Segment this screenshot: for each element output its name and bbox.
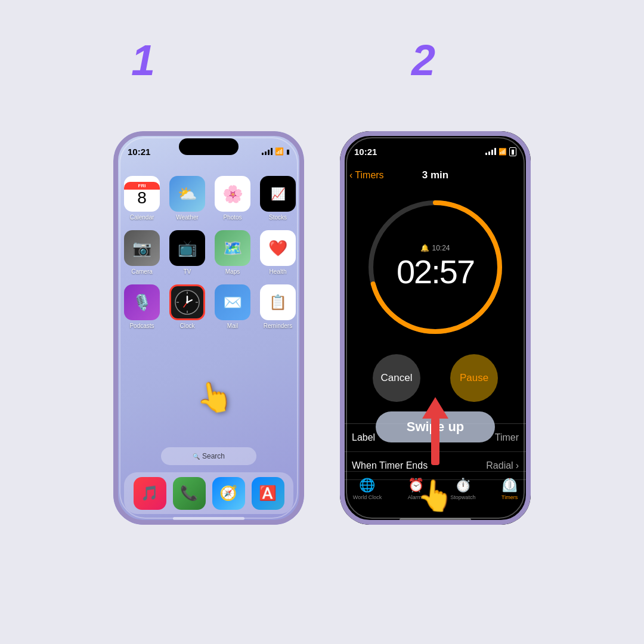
dock-safari[interactable]: 🧭 xyxy=(212,477,245,510)
mail-label: Mail xyxy=(227,323,238,329)
tv-icon: 📺 xyxy=(169,230,205,266)
phone-2: 10:21 📶 ▮ ‹ Timers xyxy=(340,131,531,525)
clock-icon xyxy=(169,284,205,320)
signal-icon xyxy=(262,148,273,155)
search-text: Search xyxy=(202,452,225,460)
phone-1: 10:21 📶 ▮ FRI xyxy=(113,131,304,525)
search-icon: 🔍 xyxy=(193,453,200,460)
phone2-time: 10:21 xyxy=(354,147,377,157)
app-item-clock[interactable]: Clock xyxy=(169,284,205,329)
stocks-label: Stocks xyxy=(269,214,287,221)
when-timer-ends-label: When Timer Ends xyxy=(352,460,428,471)
phone2-status-icons: 📶 ▮ xyxy=(485,147,516,156)
timer-icon: ⏲️ xyxy=(501,478,518,493)
app-item-podcasts[interactable]: 🎙️ Podcasts xyxy=(124,284,160,329)
health-label: Health xyxy=(270,268,287,275)
clock-face-svg xyxy=(174,289,200,315)
app-item-reminders[interactable]: 📋 Reminders xyxy=(260,284,296,329)
mail-icon: ✉️ xyxy=(215,284,250,320)
photos-icon: 🌸 xyxy=(215,176,250,212)
chevron-left-icon: ‹ xyxy=(349,170,352,181)
wifi-icon-2: 📶 xyxy=(499,148,507,156)
app-item-tv[interactable]: 📺 TV xyxy=(169,230,205,275)
phone1-time: 10:21 xyxy=(128,147,150,157)
camera-label: Camera xyxy=(131,268,153,275)
app-item-health[interactable]: ❤️ Health xyxy=(260,230,296,275)
label-setting-label: Label xyxy=(352,432,375,443)
phone1-screen: 10:21 📶 ▮ FRI xyxy=(113,131,304,525)
battery-icon: ▮ xyxy=(286,148,290,156)
phone-icon: 📞 xyxy=(173,477,206,510)
app-item-weather[interactable]: ⛅ Weather xyxy=(169,176,205,221)
podcasts-label: Podcasts xyxy=(129,323,154,329)
step-2-label: 2 xyxy=(411,36,435,85)
arrow-head xyxy=(422,397,448,419)
timer-inner: 🔔 10:24 02:57 xyxy=(364,196,507,339)
maps-label: Maps xyxy=(225,268,240,275)
tab-world-clock[interactable]: 🌐 World Clock xyxy=(353,478,382,500)
timer-nav: ‹ Timers 3 min xyxy=(340,162,531,188)
podcasts-icon: 🎙️ xyxy=(124,284,160,320)
stopwatch-tab-label: Stopwatch xyxy=(450,494,475,500)
wifi-icon: 📶 xyxy=(275,147,284,156)
photos-label: Photos xyxy=(223,214,242,221)
timer-buttons: Cancel Pause xyxy=(340,354,531,402)
timers-tab-label: Timers xyxy=(501,494,518,500)
dock: 🎵 📞 🧭 🅰️ xyxy=(124,472,293,514)
phones-container: 10:21 📶 ▮ FRI xyxy=(113,131,531,525)
phone1-status-bar: 10:21 📶 ▮ xyxy=(113,140,304,163)
reminders-label: Reminders xyxy=(264,323,292,329)
chevron-right-icon: › xyxy=(516,460,519,471)
home-indicator-2 xyxy=(400,518,471,521)
signal-icon-2 xyxy=(485,148,496,155)
app-item-maps[interactable]: 🗺️ Maps xyxy=(215,230,250,275)
cancel-button[interactable]: Cancel xyxy=(373,354,420,402)
reminders-icon: 📋 xyxy=(260,284,296,320)
hand-cursor-1: 👆 xyxy=(193,377,235,417)
red-arrow xyxy=(422,397,448,465)
dock-appstore[interactable]: 🅰️ xyxy=(252,477,284,510)
dock-phone[interactable]: 📞 xyxy=(173,477,206,510)
appstore-icon: 🅰️ xyxy=(252,477,284,510)
app-item-camera[interactable]: 📷 Camera xyxy=(124,230,160,275)
camera-icon: 📷 xyxy=(124,230,160,266)
nav-title: 3 min xyxy=(422,169,448,181)
music-icon: 🎵 xyxy=(134,477,166,510)
search-bar[interactable]: 🔍 Search xyxy=(161,447,256,465)
world-clock-tab-label: World Clock xyxy=(353,494,382,500)
battery-icon-2: ▮ xyxy=(509,147,516,156)
home-indicator-1 xyxy=(173,517,244,520)
arrow-shaft xyxy=(431,417,439,465)
hand-cursor-2: 👆 xyxy=(416,476,456,514)
phone2-screen: 10:21 📶 ▮ ‹ Timers xyxy=(340,131,531,525)
globe-icon: 🌐 xyxy=(359,478,375,493)
stopwatch-icon: ⏱️ xyxy=(455,478,471,493)
nav-back-label: Timers xyxy=(355,170,383,181)
stocks-icon: 📈 xyxy=(260,176,296,212)
phone2-status-bar: 10:21 📶 ▮ xyxy=(340,140,531,163)
weather-label: Weather xyxy=(176,214,199,221)
pause-button[interactable]: Pause xyxy=(450,354,498,402)
safari-icon: 🧭 xyxy=(212,477,245,510)
bell-icon: 🔔 xyxy=(420,244,429,252)
app-item-photos[interactable]: 🌸 Photos xyxy=(215,176,250,221)
label-setting-value: Timer xyxy=(495,432,519,443)
tab-timers[interactable]: ⏲️ Timers xyxy=(501,478,518,500)
app-item-stocks[interactable]: 📈 Stocks xyxy=(260,176,296,221)
svg-point-8 xyxy=(186,301,188,304)
timer-circle-container: 🔔 10:24 02:57 xyxy=(364,196,507,339)
maps-icon: 🗺️ xyxy=(215,230,250,266)
app-grid: FRI 8 Calendar ⛅ Weather 🌸 xyxy=(124,176,293,329)
calendar-label: Calendar xyxy=(130,214,154,221)
tv-label: TV xyxy=(184,268,191,275)
nav-back-button[interactable]: ‹ Timers xyxy=(349,170,384,181)
calendar-icon: FRI 8 xyxy=(124,176,160,212)
dock-music[interactable]: 🎵 xyxy=(134,477,166,510)
timer-countdown: 02:57 xyxy=(397,252,474,291)
app-item-mail[interactable]: ✉️ Mail xyxy=(215,284,250,329)
app-item-calendar[interactable]: FRI 8 Calendar xyxy=(124,176,160,221)
phone1-status-icons: 📶 ▮ xyxy=(262,147,290,156)
when-timer-ends-value: Radial › xyxy=(486,460,519,471)
alarm-time: 10:24 xyxy=(432,244,450,252)
weather-icon: ⛅ xyxy=(169,176,205,212)
